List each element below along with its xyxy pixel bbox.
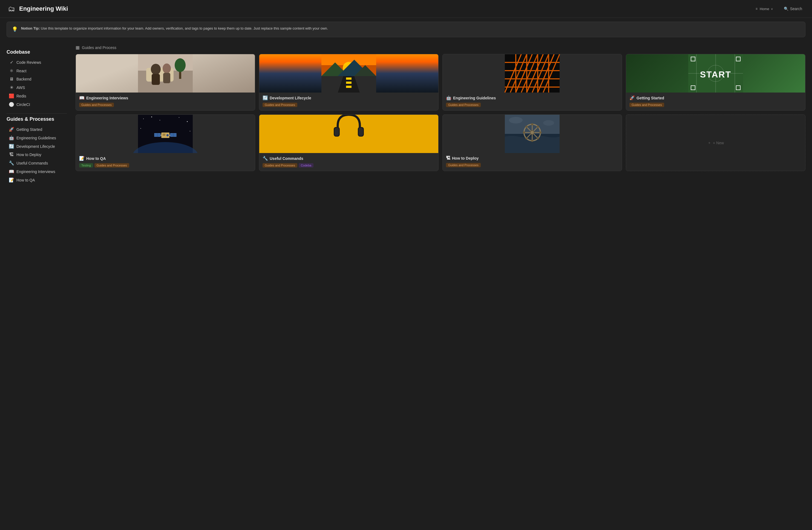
sidebar-item-label: CircleCI: [16, 102, 30, 107]
sidebar-item-getting-started[interactable]: 🚀 Getting Started: [6, 125, 67, 133]
svg-rect-69: [170, 135, 170, 136]
svg-rect-4: [152, 74, 160, 85]
sidebar-item-label: React: [16, 69, 27, 73]
list-icon: ≡: [756, 7, 757, 11]
svg-point-85: [531, 131, 534, 134]
sidebar-item-label: Code Reviews: [16, 60, 41, 65]
sidebar-item-development-lifecycle[interactable]: 🔄 Development Lifecycle: [6, 142, 67, 150]
sidebar-item-how-to-deploy[interactable]: 🏗 How to Deploy: [6, 151, 67, 158]
cycle-icon: 🔄: [9, 144, 14, 149]
app-title: Engineering Wiki: [19, 5, 68, 12]
header: 🗂 Engineering Wiki ≡ Home ∨ 🔍 Search: [0, 0, 812, 18]
sidebar-item-code-reviews[interactable]: ✓ Code Reviews: [6, 58, 67, 66]
card-body-how-to-deploy: 🏗 How to Deploy Guides and Processes: [443, 153, 622, 171]
breadcrumb-label: Home: [760, 7, 769, 11]
svg-point-97: [539, 131, 541, 133]
sidebar-item-aws[interactable]: ✳ AWS: [6, 84, 67, 91]
svg-rect-6: [163, 73, 170, 83]
card-body-useful-commands: 🔧 Useful Commands Guides and Processes C…: [259, 153, 438, 171]
sidebar-item-redis[interactable]: 🟥 Redis: [6, 92, 67, 100]
sidebar-item-react[interactable]: ⚛ React: [6, 67, 67, 75]
sidebar-item-how-to-qa[interactable]: 📝 How to QA: [6, 176, 67, 184]
sidebar-item-engineering-guidelines[interactable]: 🤖 Engineering Guidelines: [6, 134, 67, 142]
sidebar-divider: [6, 113, 67, 114]
sidebar-item-label: Engineering Guidelines: [16, 136, 56, 140]
circleci-icon: ⚪: [9, 102, 14, 107]
sidebar-item-useful-commands[interactable]: 🔧 Useful Commands: [6, 159, 67, 167]
aws-icon: ✳: [9, 85, 14, 90]
svg-point-98: [525, 126, 527, 128]
svg-point-95: [531, 140, 533, 142]
sidebar-item-label: Engineering Interviews: [16, 170, 55, 174]
search-label: Search: [790, 6, 802, 11]
book-icon: 📖: [9, 169, 14, 174]
card-title-guidelines: 🤖 Engineering Guidelines: [446, 95, 619, 100]
tip-banner: 💡 Notion Tip: Use this template to organ…: [6, 22, 806, 37]
card-getting-started[interactable]: START 🚀 Getting Started: [626, 54, 806, 111]
card-tags-how-to-qa: Testing Guides and Processes: [79, 163, 251, 168]
card-title-text: How to Deploy: [452, 156, 479, 160]
svg-point-99: [537, 126, 539, 128]
tag-testing: Testing: [79, 163, 93, 168]
card-title-how-to-qa: 📝 How to QA: [79, 156, 251, 161]
gallery-icon: ▦: [75, 45, 80, 50]
app-icon: 🗂: [6, 4, 16, 14]
tag-codebase: Codeba: [299, 163, 314, 168]
card-tags-getting-started: Guides and Processes: [629, 103, 802, 107]
card-title-getting-started: 🚀 Getting Started: [629, 95, 802, 100]
svg-point-55: [151, 117, 152, 117]
search-button[interactable]: 🔍 Search: [781, 5, 806, 13]
card-tags-how-to-deploy: Guides and Processes: [446, 163, 619, 167]
tag-guides: Guides and Processes: [95, 163, 129, 168]
card-useful-commands[interactable]: 🔧 Useful Commands Guides and Processes C…: [259, 114, 438, 171]
card-new[interactable]: ＋ + New: [626, 114, 806, 171]
svg-rect-70: [163, 133, 165, 136]
svg-point-71: [166, 134, 169, 136]
svg-rect-77: [359, 128, 363, 136]
plus-icon: ＋: [707, 141, 711, 145]
sidebar-item-circleci[interactable]: ⚪ CircleCI: [6, 100, 67, 109]
card-tags-guidelines: Guides and Processes: [446, 103, 619, 107]
svg-point-96: [523, 131, 525, 133]
svg-point-57: [179, 117, 179, 118]
sidebar-item-label: Development Lifecycle: [16, 144, 55, 149]
card-title-how-to-deploy: 🏗 How to Deploy: [446, 156, 619, 161]
sidebar-item-backend[interactable]: 🖥 Backend: [6, 75, 67, 83]
breadcrumb[interactable]: ≡ Home ∨: [752, 5, 776, 13]
search-icon: 🔍: [784, 6, 788, 11]
card-engineering-guidelines[interactable]: 🤖 Engineering Guidelines Guides and Proc…: [443, 54, 622, 111]
sidebar-item-label: Redis: [16, 94, 26, 98]
card-development-lifecycle[interactable]: 🔄 Development Lifecycle Guides and Proce…: [259, 54, 438, 111]
card-body-lifecycle: 🔄 Development Lifecycle Guides and Proce…: [259, 92, 438, 110]
svg-point-3: [151, 64, 161, 75]
sidebar-item-label: Getting Started: [16, 127, 42, 132]
card-tags-lifecycle: Guides and Processes: [263, 103, 435, 107]
sidebar-codebase-title: Codebase: [6, 49, 67, 55]
tag-guides-and-processes: Guides and Processes: [79, 103, 114, 107]
chevron-down-icon: ∨: [771, 8, 773, 10]
svg-point-56: [160, 120, 160, 120]
wrench-icon: 🔧: [9, 160, 14, 166]
header-left: 🗂 Engineering Wiki: [6, 4, 68, 14]
svg-rect-73: [321, 115, 376, 153]
card-title-lifecycle: 🔄 Development Lifecycle: [263, 95, 435, 100]
card-icon-how-to-deploy: 🏗: [446, 156, 450, 161]
main-content: Codebase ✓ Code Reviews ⚛ React 🖥 Backen…: [0, 41, 812, 530]
sidebar-item-label: AWS: [16, 85, 25, 90]
sidebar-item-label: Useful Commands: [16, 161, 48, 166]
react-icon: ⚛: [9, 68, 14, 73]
card-body-getting-started: 🚀 Getting Started Guides and Processes: [626, 92, 805, 110]
card-how-to-deploy[interactable]: 🏗 How to Deploy Guides and Processes: [443, 114, 622, 171]
card-icon-how-to-qa: 📝: [79, 156, 85, 161]
tip-body: Use this template to organize important …: [41, 26, 328, 30]
card-icon-lifecycle: 🔄: [263, 95, 268, 100]
tag-guides: Guides and Processes: [446, 163, 481, 167]
card-image-useful-commands: [259, 115, 438, 153]
gallery-grid-row2: 📝 How to QA Testing Guides and Processes: [75, 114, 806, 171]
gallery-header: ▦ Guides and Process: [75, 44, 806, 50]
card-engineering-interviews[interactable]: 📖 Engineering Interviews Guides and Proc…: [75, 54, 255, 111]
sidebar-item-engineering-interviews[interactable]: 📖 Engineering Interviews: [6, 168, 67, 175]
card-how-to-qa[interactable]: 📝 How to QA Testing Guides and Processes: [75, 114, 255, 171]
card-body-guidelines: 🤖 Engineering Guidelines Guides and Proc…: [443, 92, 622, 110]
card-icon-interviews: 📖: [79, 95, 85, 100]
